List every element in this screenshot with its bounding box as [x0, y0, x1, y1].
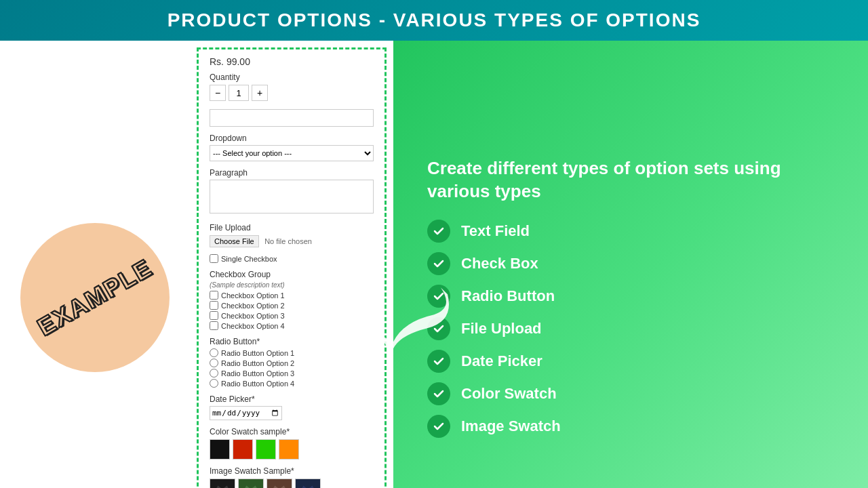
choose-file-button[interactable]: Choose File [210, 235, 259, 247]
checkbox-group: Checkbox Group (Sample description text)… [210, 270, 374, 330]
check-circle-2 [427, 252, 450, 275]
product-price: Rs. 99.00 [210, 56, 374, 67]
file-upload-row: Choose File No file chosen [210, 235, 374, 247]
color-swatch-black[interactable] [210, 439, 230, 460]
checkbox-group-label: Checkbox Group [210, 270, 374, 279]
header: PRODUCT OPTIONS - VARIOUS TYPES OF OPTIO… [0, 0, 868, 41]
quantity-decrease-button[interactable]: − [210, 85, 226, 101]
check-circle-6 [427, 382, 450, 405]
feature-label-5: Date Picker [461, 352, 542, 370]
radio-input-1[interactable] [210, 348, 218, 357]
color-swatch-label: Color Swatch sample* [210, 427, 374, 436]
radio-option-3: Radio Button Option 3 [210, 369, 374, 378]
radio-input-2[interactable] [210, 359, 218, 367]
single-checkbox-group: Single Checkbox [210, 254, 374, 263]
feature-label-6: Color Swatch [461, 385, 557, 403]
quantity-label: Quantity [210, 73, 374, 82]
feature-file-upload: File Upload [427, 317, 834, 340]
right-panel: Create different types of option sets us… [393, 41, 868, 488]
radio-option-2: Radio Button Option 2 [210, 359, 374, 367]
feature-label-1: Text Field [461, 222, 530, 240]
checkbox-input-2[interactable] [210, 301, 218, 310]
radio-option-4: Radio Button Option 4 [210, 379, 374, 388]
checkbox-label-1: Checkbox Option 1 [221, 291, 285, 300]
checkbox-label-3: Checkbox Option 3 [221, 312, 285, 320]
quantity-increase-button[interactable]: + [252, 85, 268, 101]
file-upload-group: File Upload Choose File No file chosen [210, 223, 374, 247]
date-picker-input[interactable] [210, 406, 282, 420]
text-field-input[interactable] [210, 109, 374, 127]
example-circle: EXAMPLE [20, 223, 170, 372]
page-title: PRODUCT OPTIONS - VARIOUS TYPES OF OPTIO… [14, 9, 854, 31]
checkbox-option-4: Checkbox Option 4 [210, 321, 374, 330]
checkbox-label-2: Checkbox Option 2 [221, 302, 285, 310]
checkbox-input-3[interactable] [210, 311, 218, 320]
feature-color-swatch: Color Swatch [427, 382, 834, 405]
right-heading: Create different types of option sets us… [427, 157, 834, 203]
main-container: PRODUCT OPTIONS - VARIOUS TYPES OF OPTIO… [0, 0, 868, 488]
feature-text-field: Text Field [427, 220, 834, 243]
date-picker-label: Date Picker* [210, 394, 374, 404]
radio-input-3[interactable] [210, 369, 218, 378]
left-panel: EXAMPLE [0, 41, 190, 488]
image-swatch-darkgreen[interactable] [238, 479, 264, 488]
checkbox-option-2: Checkbox Option 2 [210, 301, 374, 310]
radio-label-2: Radio Button Option 2 [221, 359, 294, 367]
example-label: EXAMPLE [33, 253, 157, 342]
quantity-group: Quantity − + [210, 73, 374, 101]
image-swatch-group: Image Swatch Sample* [210, 466, 374, 488]
product-form-panel: Rs. 99.00 Quantity − + Dropdown --- Sele… [197, 47, 387, 488]
single-checkbox-label: Single Checkbox [221, 255, 277, 263]
radio-group: Radio Button* Radio Button Option 1 Radi… [210, 337, 374, 388]
feature-list: Text Field Check Box [427, 220, 834, 438]
feature-check-box: Check Box [427, 252, 834, 275]
file-name-text: No file chosen [264, 237, 312, 245]
radio-group-label: Radio Button* [210, 337, 374, 346]
feature-label-2: Check Box [461, 255, 538, 272]
dropdown-label: Dropdown [210, 134, 374, 143]
checkbox-label-4: Checkbox Option 4 [221, 322, 285, 330]
checkbox-option-1: Checkbox Option 1 [210, 291, 374, 300]
paragraph-textarea[interactable] [210, 180, 374, 214]
color-swatch-green[interactable] [256, 439, 276, 460]
image-swatch-black[interactable] [210, 479, 235, 488]
arrow-decoration [366, 281, 461, 365]
paragraph-group: Paragraph [210, 168, 374, 216]
file-upload-label: File Upload [210, 223, 374, 232]
radio-option-1: Radio Button Option 1 [210, 348, 374, 357]
checkbox-input-4[interactable] [210, 321, 218, 330]
check-circle-7 [427, 415, 450, 438]
checkbox-option-3: Checkbox Option 3 [210, 311, 374, 320]
color-swatches-container [210, 439, 374, 460]
image-swatch-brown[interactable] [267, 479, 292, 488]
quantity-input[interactable] [229, 85, 249, 101]
checkbox-group-desc: (Sample description text) [210, 281, 374, 289]
color-swatch-orange[interactable] [279, 439, 299, 460]
single-checkbox-input[interactable] [210, 254, 218, 263]
feature-date-picker: Date Picker [427, 350, 834, 373]
content-area: EXAMPLE Rs. 99.00 Quantity − + Dropdown [0, 41, 868, 488]
date-picker-group: Date Picker* [210, 394, 374, 420]
text-field-group [210, 109, 374, 127]
image-swatch-label: Image Swatch Sample* [210, 466, 374, 476]
image-swatches-container [210, 479, 374, 488]
color-swatch-group: Color Swatch sample* [210, 427, 374, 460]
single-checkbox-item: Single Checkbox [210, 254, 374, 263]
radio-label-4: Radio Button Option 4 [221, 380, 294, 388]
dropdown-group: Dropdown --- Select your option --- [210, 134, 374, 161]
quantity-control: − + [210, 85, 374, 101]
color-swatch-red[interactable] [233, 439, 253, 460]
checkbox-input-1[interactable] [210, 291, 218, 300]
radio-label-1: Radio Button Option 1 [221, 349, 294, 357]
feature-radio-button: Radio Button [427, 285, 834, 308]
image-swatch-navy[interactable] [295, 479, 321, 488]
feature-label-4: File Upload [461, 320, 542, 338]
dropdown-select[interactable]: --- Select your option --- [210, 145, 374, 161]
radio-label-3: Radio Button Option 3 [221, 369, 294, 378]
check-circle-1 [427, 220, 450, 243]
feature-image-swatch: Image Swatch [427, 415, 834, 438]
radio-input-4[interactable] [210, 379, 218, 388]
feature-label-7: Image Swatch [461, 418, 561, 435]
paragraph-label: Paragraph [210, 168, 374, 178]
feature-label-3: Radio Button [461, 287, 555, 305]
